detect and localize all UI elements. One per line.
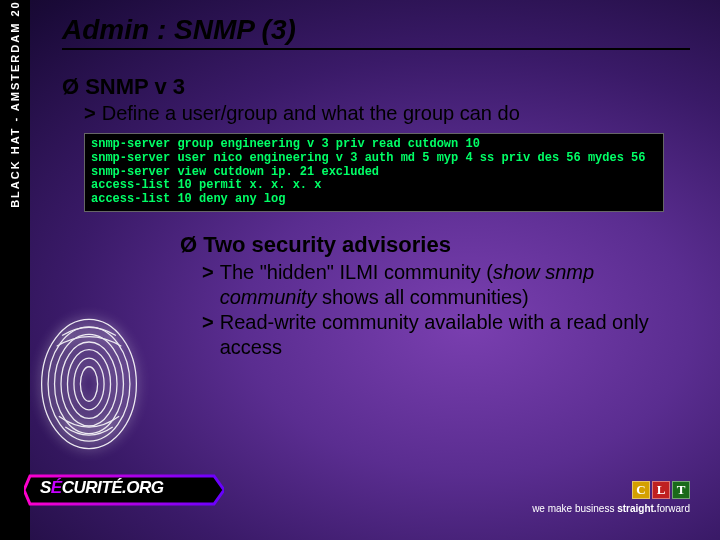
clt-l: L bbox=[652, 481, 670, 499]
svg-point-5 bbox=[74, 358, 104, 410]
advisories-heading: Two security advisories bbox=[203, 232, 451, 258]
bullet-define: > Define a user/group and what the group… bbox=[84, 102, 690, 125]
chevron-icon: > bbox=[202, 260, 214, 285]
fingerprint-image bbox=[34, 314, 144, 454]
chevron-icon: > bbox=[202, 310, 214, 335]
tagline-pre: we make business bbox=[532, 503, 617, 514]
tagline-bold: straight. bbox=[617, 503, 656, 514]
chevron-icon: Ø bbox=[62, 74, 79, 100]
snmpv3-heading: SNMP v 3 bbox=[85, 74, 185, 100]
footer-right: C L T we make business straight.forward bbox=[532, 481, 690, 514]
logo-s: S bbox=[40, 478, 51, 497]
chevron-icon: > bbox=[84, 102, 96, 125]
ilmi-text: The "hidden" ILMI community (show snmp c… bbox=[220, 260, 690, 310]
event-label: BLACK HAT - AMSTERDAM 2001 bbox=[9, 0, 21, 208]
code-block: snmp-server group engineering v 3 priv r… bbox=[84, 133, 664, 212]
logo-text: SÉCURITÉ.ORG bbox=[40, 478, 163, 498]
ilmi-post: shows all communities) bbox=[316, 286, 528, 308]
svg-point-6 bbox=[80, 367, 97, 401]
tagline: we make business straight.forward bbox=[532, 503, 690, 514]
advisories-section: Ø Two security advisories > The "hidden"… bbox=[180, 232, 690, 360]
readwrite-text: Read-write community available with a re… bbox=[220, 310, 690, 360]
bullet-advisories: Ø Two security advisories bbox=[180, 232, 690, 258]
chevron-icon: Ø bbox=[180, 232, 197, 258]
bullet-ilmi: > The "hidden" ILMI community (show snmp… bbox=[202, 260, 690, 310]
svg-point-0 bbox=[42, 319, 137, 448]
clt-t: T bbox=[672, 481, 690, 499]
logo-e: É bbox=[51, 478, 62, 497]
slide-title: Admin : SNMP (3) bbox=[62, 14, 690, 50]
clt-logo: C L T bbox=[532, 481, 690, 499]
logo-rest: CURITÉ.ORG bbox=[62, 478, 164, 497]
bullet-readwrite: > Read-write community available with a … bbox=[202, 310, 690, 360]
slide-content: Ø SNMP v 3 > Define a user/group and wha… bbox=[62, 74, 690, 360]
svg-point-3 bbox=[61, 342, 117, 426]
ilmi-pre: The "hidden" ILMI community ( bbox=[220, 261, 493, 283]
event-sidebar: BLACK HAT - AMSTERDAM 2001 bbox=[0, 0, 30, 540]
bullet-snmpv3: Ø SNMP v 3 bbox=[62, 74, 690, 100]
tagline-post: forward bbox=[657, 503, 690, 514]
clt-c: C bbox=[632, 481, 650, 499]
define-text: Define a user/group and what the group c… bbox=[102, 102, 520, 125]
securite-logo: SÉCURITÉ.ORG bbox=[24, 466, 224, 514]
